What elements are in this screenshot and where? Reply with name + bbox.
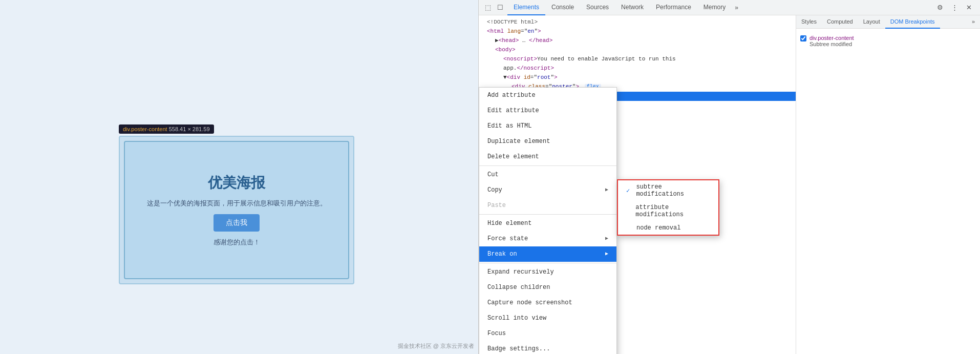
- dom-noscript: <noscript>You need to enable JavaScript …: [479, 54, 796, 64]
- dom-doctype: <!DOCTYPE html>: [479, 17, 796, 27]
- tab-elements[interactable]: Elements: [507, 0, 545, 15]
- poster-wrapper: 优美海报 这是一个优美的海报页面，用于展示信息和吸引用户的注意。 点击我 感谢您…: [119, 136, 354, 284]
- elements-panel[interactable]: <!DOCTYPE html> <html lang="en"> ▶<head>…: [479, 15, 796, 354]
- breakpoint-item: div.poster-content Subtree modified: [800, 33, 976, 49]
- tab-network[interactable]: Network: [615, 0, 650, 15]
- context-menu-hide[interactable]: Hide element: [479, 216, 616, 231]
- breakpoint-type: Subtree modified: [809, 41, 854, 47]
- separator-1: [479, 165, 616, 166]
- submenu-removal[interactable]: node removal: [618, 221, 718, 235]
- breakpoint-selector: div.poster-content: [809, 35, 854, 41]
- breakpoint-text: div.poster-content Subtree modified: [809, 35, 854, 47]
- context-menu-copy[interactable]: Copy ▶: [479, 182, 616, 198]
- poster-button[interactable]: 点击我: [214, 214, 260, 232]
- styles-tab-dom-breakpoints[interactable]: DOM Breakpoints: [885, 15, 940, 29]
- dom-html: <html lang="en">: [479, 27, 796, 36]
- poster-content: 优美海报 这是一个优美的海报页面，用于展示信息和吸引用户的注意。 点击我 感谢您…: [124, 141, 349, 279]
- tab-console[interactable]: Console: [545, 0, 580, 15]
- tab-more[interactable]: »: [732, 0, 741, 15]
- inspect-icon[interactable]: ⬚: [483, 3, 493, 13]
- dom-head[interactable]: ▶<head> … </head>: [479, 36, 796, 45]
- context-menu-collapse[interactable]: Collapse children: [479, 280, 616, 295]
- submenu-label-attribute: attribute modifications: [635, 204, 710, 218]
- device-icon[interactable]: ☐: [495, 3, 505, 13]
- context-menu-break-on[interactable]: Break on ▶: [479, 246, 616, 262]
- tooltip-element-name: div.poster-content: [123, 126, 167, 132]
- styles-tab-computed[interactable]: Computed: [822, 15, 858, 29]
- dom-breakpoints-content: div.poster-content Subtree modified: [796, 29, 980, 53]
- separator-2: [479, 214, 616, 215]
- break-on-submenu: ✓ subtree modifications attribute modifi…: [617, 179, 719, 236]
- devtools-panel: ⬚ ☐ Elements Console Sources Network Per…: [478, 0, 980, 354]
- styles-tab-layout[interactable]: Layout: [858, 15, 885, 29]
- context-menu-scroll[interactable]: Scroll into view: [479, 310, 616, 326]
- context-menu-force-state[interactable]: Force state ▶: [479, 231, 616, 246]
- separator-3: [479, 263, 616, 263]
- context-menu-edit-attribute[interactable]: Edit attribute: [479, 103, 616, 118]
- context-menu-screenshot[interactable]: Capture node screenshot: [479, 295, 616, 310]
- poster-title: 优美海报: [208, 173, 265, 193]
- context-menu-badge[interactable]: Badge settings...: [479, 341, 616, 354]
- styles-tabs: Styles Computed Layout DOM Breakpoints »: [796, 15, 980, 29]
- tab-performance[interactable]: Performance: [650, 0, 697, 15]
- styles-tab-more[interactable]: »: [967, 15, 980, 29]
- submenu-label-subtree: subtree modifications: [636, 183, 710, 198]
- dom-noscript-end: app.</noscript>: [479, 64, 796, 73]
- context-menu-expand[interactable]: Expand recursively: [479, 264, 616, 280]
- tab-memory[interactable]: Memory: [697, 0, 732, 15]
- context-menu-add-attribute[interactable]: Add attribute: [479, 88, 616, 103]
- preview-area: div.poster-content 558.41 × 281.59 优美海报 …: [0, 0, 478, 354]
- submenu-checkmark-subtree: ✓: [626, 187, 633, 195]
- context-menu-paste: Paste: [479, 198, 616, 213]
- submenu-attribute[interactable]: attribute modifications: [618, 201, 718, 221]
- poster-footer: 感谢您的点击！: [214, 238, 260, 247]
- more-icon[interactable]: ⋮: [949, 3, 960, 13]
- context-menu: Add attribute Edit attribute Edit as HTM…: [479, 87, 617, 354]
- context-menu-delete[interactable]: Delete element: [479, 149, 616, 164]
- breakpoint-checkbox[interactable]: [800, 35, 806, 41]
- submenu-subtree[interactable]: ✓ subtree modifications: [618, 180, 718, 201]
- devtools-topbar: ⬚ ☐ Elements Console Sources Network Per…: [479, 0, 980, 15]
- settings-icon[interactable]: ⚙: [935, 3, 945, 13]
- context-menu-focus[interactable]: Focus: [479, 326, 616, 341]
- tooltip-element-size: 558.41 × 281.59: [169, 126, 210, 132]
- context-menu-cut[interactable]: Cut: [479, 167, 616, 182]
- submenu-label-removal: node removal: [636, 224, 680, 232]
- poster-description: 这是一个优美的海报页面，用于展示信息和吸引用户的注意。: [147, 199, 327, 208]
- watermark: 掘金技术社区 @ 京东云开发者: [398, 342, 474, 350]
- tab-sources[interactable]: Sources: [580, 0, 615, 15]
- context-menu-duplicate[interactable]: Duplicate element: [479, 134, 616, 149]
- styles-tab-styles[interactable]: Styles: [796, 15, 822, 29]
- close-icon[interactable]: ✕: [964, 3, 974, 13]
- devtools-body: <!DOCTYPE html> <html lang="en"> ▶<head>…: [479, 15, 980, 354]
- element-tooltip: div.poster-content 558.41 × 281.59: [119, 124, 214, 134]
- dom-body-open: <body>: [479, 45, 796, 54]
- styles-panel: Styles Computed Layout DOM Breakpoints »…: [796, 15, 980, 354]
- devtools-right-icons: ⚙ ⋮ ✕: [935, 3, 976, 13]
- context-menu-edit-html[interactable]: Edit as HTML: [479, 118, 616, 134]
- dom-div-root[interactable]: ▼<div id="root">: [479, 73, 796, 82]
